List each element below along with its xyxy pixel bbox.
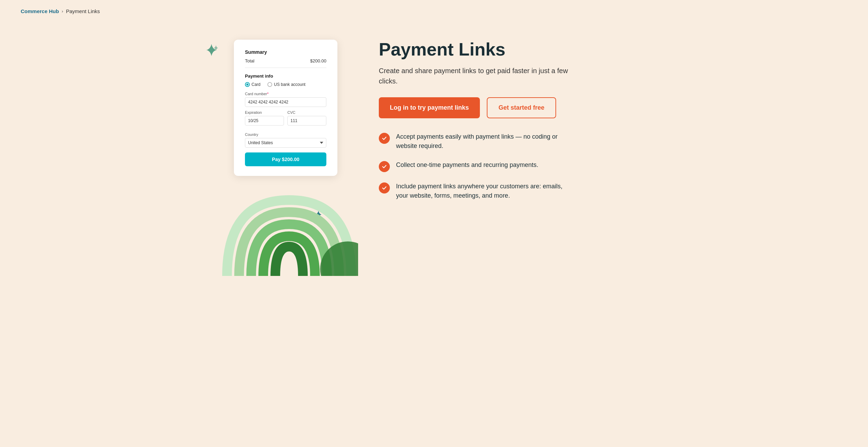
check-icon-1	[379, 133, 390, 144]
cta-button-group: Log in to try payment links Get started …	[379, 97, 655, 118]
total-row: Total $200.00	[245, 58, 326, 63]
card-divider	[245, 68, 326, 68]
feature-item-3: Include payment links anywhere your cust…	[379, 182, 655, 200]
payment-info-title: Payment info	[245, 73, 326, 79]
breadcrumb-chevron-icon: ›	[62, 9, 63, 14]
total-value: $200.00	[310, 58, 326, 63]
feature-list: Accept payments easily with payment link…	[379, 132, 655, 200]
expiration-label: Expiration	[245, 110, 284, 115]
cvc-input[interactable]	[287, 116, 326, 126]
check-icon-3	[379, 182, 390, 193]
breadcrumb-current-page: Payment Links	[66, 8, 100, 14]
expiration-field: Expiration	[245, 110, 284, 129]
country-select[interactable]: United States Canada United Kingdom	[245, 138, 326, 148]
sparkle-top-left-icon	[203, 43, 220, 60]
expiration-input[interactable]	[245, 116, 284, 126]
page-title: Payment Links	[379, 40, 655, 59]
card-number-label: Card number*	[245, 92, 326, 96]
feature-item-1: Accept payments easily with payment link…	[379, 132, 655, 151]
cvc-field: CVC	[287, 110, 326, 129]
card-radio-dot	[245, 82, 250, 87]
bank-radio-dot	[267, 82, 272, 87]
rainbow-decoration	[220, 186, 358, 276]
payment-method-radio: Card US bank account	[245, 82, 326, 87]
breadcrumb: Commerce Hub › Payment Links	[0, 0, 868, 22]
bank-radio-label: US bank account	[274, 82, 305, 87]
card-radio-label: Card	[251, 82, 260, 87]
feature-text-1: Accept payments easily with payment link…	[396, 132, 575, 151]
feature-item-2: Collect one-time payments and recurring …	[379, 160, 655, 172]
total-label: Total	[245, 58, 254, 63]
breadcrumb-commerce-hub[interactable]: Commerce Hub	[21, 8, 59, 14]
page-subtitle: Create and share payment links to get pa…	[379, 66, 579, 86]
pay-button[interactable]: Pay $200.00	[245, 152, 326, 166]
feature-text-2: Collect one-time payments and recurring …	[396, 160, 538, 170]
summary-title: Summary	[245, 49, 326, 55]
left-panel: Summary Total $200.00 Payment info Card …	[213, 33, 358, 276]
expiry-cvc-row: Expiration CVC	[245, 110, 326, 129]
country-label: Country	[245, 132, 326, 137]
card-radio-option[interactable]: Card	[245, 82, 260, 87]
bank-radio-option[interactable]: US bank account	[267, 82, 305, 87]
cvc-label: CVC	[287, 110, 326, 115]
login-try-button[interactable]: Log in to try payment links	[379, 97, 480, 118]
feature-text-3: Include payment links anywhere your cust…	[396, 182, 575, 200]
get-started-button[interactable]: Get started free	[487, 97, 556, 118]
card-number-input[interactable]	[245, 97, 326, 107]
right-panel: Payment Links Create and share payment l…	[379, 33, 655, 200]
main-content: Summary Total $200.00 Payment info Card …	[193, 22, 675, 276]
decoration-area	[213, 186, 351, 276]
required-asterisk: *	[267, 92, 268, 96]
check-icon-2	[379, 161, 390, 172]
payment-card-ui: Summary Total $200.00 Payment info Card …	[234, 40, 337, 176]
